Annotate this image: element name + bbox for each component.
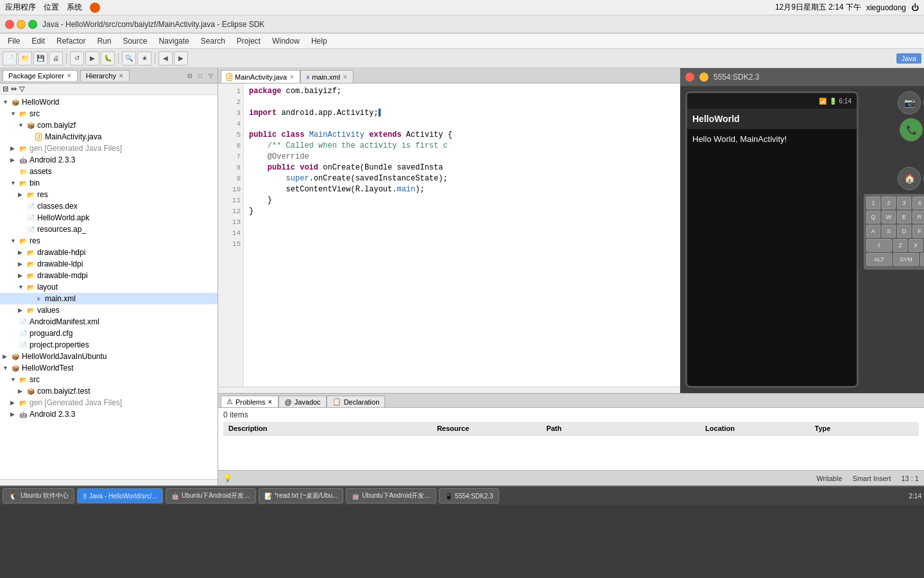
- taskbar-android2[interactable]: 🤖 Ubuntu下Android开发…: [346, 488, 436, 504]
- tree-item-values[interactable]: ▶ 📂 values: [0, 304, 218, 316]
- menu-search[interactable]: Search: [196, 35, 230, 47]
- app-menu[interactable]: 应用程序: [5, 2, 36, 13]
- key-f[interactable]: F: [912, 225, 924, 238]
- key-w[interactable]: W: [882, 211, 896, 223]
- toolbar-open[interactable]: 📁: [18, 51, 32, 66]
- tree-item-res[interactable]: ▼ 📂 res: [0, 235, 218, 247]
- location-menu[interactable]: 位置: [44, 2, 59, 13]
- tab-mainactivity[interactable]: J MainActivity.java ✕: [221, 70, 300, 83]
- close-icon-hierarchy[interactable]: ✕: [119, 73, 124, 79]
- taskbar-readtxt[interactable]: 📝 *read.txt (~桌面/Ubu...: [259, 488, 344, 504]
- tree-item-test-gen[interactable]: ▶ 📂 gen [Generated Java Files]: [0, 397, 218, 408]
- tree-item-gen[interactable]: ▶ 📂 gen [Generated Java Files]: [0, 143, 218, 154]
- toolbar-prev[interactable]: ◀: [158, 51, 173, 66]
- toolbar-print[interactable]: 🖨: [49, 51, 63, 66]
- menu-source[interactable]: Source: [117, 35, 152, 47]
- close-button[interactable]: [5, 20, 14, 29]
- tab-declaration[interactable]: 📋 Declaration: [327, 396, 386, 407]
- tree-item-layout[interactable]: ▼ 📂 layout: [0, 281, 218, 293]
- tree-item-drawable-hdpi[interactable]: ▶ 📂 drawable-hdpi: [0, 247, 218, 258]
- key-shift[interactable]: ⇧: [866, 239, 892, 252]
- maximize-button[interactable]: [28, 20, 37, 29]
- window-controls[interactable]: [5, 20, 37, 29]
- toolbar-search[interactable]: 🔍: [122, 51, 136, 66]
- key-a[interactable]: A: [866, 225, 880, 238]
- tree-item-hwjiu[interactable]: ▶ 📦 HelloWorldJavaInUbuntu: [0, 351, 218, 362]
- tree-item-src[interactable]: ▼ 📂 src: [0, 108, 218, 119]
- toolbar-next[interactable]: ▶: [174, 51, 188, 66]
- code-editor[interactable]: 123456789101112131415 package com.baiyiz…: [218, 83, 680, 387]
- menu-window[interactable]: Window: [267, 35, 305, 47]
- toolbar-bookmark[interactable]: ★: [137, 51, 151, 66]
- taskbar-ubuntu[interactable]: 🐧 Ubuntu 软件中心: [3, 488, 74, 504]
- menu-refactor[interactable]: Refactor: [51, 35, 90, 47]
- code-content[interactable]: package com.baiyizf; import android.app.…: [244, 83, 680, 387]
- key-4[interactable]: 4: [912, 197, 924, 209]
- toolbar-refactor[interactable]: ↺: [70, 51, 84, 66]
- emulator-min[interactable]: [699, 73, 708, 82]
- tree-menu-icon[interactable]: ▽: [19, 85, 24, 93]
- tree-item-test-package[interactable]: ▶ 📦 com.baiyizf.test: [0, 385, 218, 397]
- tree-item-apk[interactable]: 📄 HelloWorld.apk: [0, 212, 218, 223]
- tree-item-hwtest[interactable]: ▼ 📦 HelloWorldTest: [0, 362, 218, 374]
- tree-item-test-src[interactable]: ▼ 📂 src: [0, 374, 218, 385]
- call-button[interactable]: 📞: [900, 118, 923, 141]
- collapse-all-icon[interactable]: ⊟: [3, 85, 8, 93]
- close-tab-mainactivity[interactable]: ✕: [289, 74, 295, 80]
- panel-menu[interactable]: ▽: [206, 71, 215, 80]
- taskbar-eclipse[interactable]: ☿ Java - HelloWorld/src/...: [77, 488, 163, 504]
- key-r[interactable]: R: [912, 211, 924, 223]
- tree-hscroll[interactable]: [0, 479, 218, 486]
- panel-maximize[interactable]: □: [196, 71, 205, 80]
- tree-item-bin[interactable]: ▼ 📂 bin: [0, 177, 218, 189]
- tree-item-main-xml[interactable]: x main.xml: [0, 293, 218, 304]
- key-1[interactable]: 1: [866, 197, 880, 209]
- camera-button[interactable]: 📷: [898, 91, 921, 114]
- key-x[interactable]: X: [909, 239, 923, 252]
- key-2[interactable]: 2: [882, 197, 896, 209]
- key-sym[interactable]: SYM: [893, 253, 919, 266]
- tab-javadoc[interactable]: @ Javadoc: [278, 396, 326, 407]
- menu-navigate[interactable]: Navigate: [153, 35, 194, 47]
- tree-item-test-android[interactable]: ▶ 🤖 Android 2.3.3: [0, 408, 218, 420]
- key-at[interactable]: @: [920, 253, 924, 266]
- menu-project[interactable]: Project: [232, 35, 266, 47]
- tree-item-helloworld[interactable]: ▼ 📦 HelloWorld: [0, 96, 218, 108]
- taskbar-sdk[interactable]: 📱 5554:SDK2.3: [439, 488, 499, 504]
- close-icon[interactable]: ✕: [67, 73, 72, 79]
- tab-problems[interactable]: ⚠ Problems ✕: [221, 396, 278, 407]
- tree-item-android[interactable]: ▶ 🤖 Android 2.3.3: [0, 154, 218, 166]
- tree-item-drawable-mdpi[interactable]: ▶ 📂 drawable-mdpi: [0, 270, 218, 281]
- package-tree[interactable]: ▼ 📦 HelloWorld ▼ 📂 src ▼ 📦 com.baiyizf: [0, 95, 218, 479]
- taskbar-android1[interactable]: 🤖 Ubuntu下Android开发…: [166, 488, 256, 504]
- tab-package-explorer[interactable]: Package Explorer ✕: [3, 70, 78, 81]
- close-problems[interactable]: ✕: [268, 399, 273, 405]
- toolbar-save[interactable]: 💾: [33, 51, 47, 66]
- tree-item-assets[interactable]: 📁 assets: [0, 166, 218, 177]
- key-q[interactable]: Q: [866, 211, 880, 223]
- tree-item-proguard[interactable]: 📄 proguard.cfg: [0, 328, 218, 339]
- system-menu[interactable]: 系统: [67, 2, 82, 13]
- toolbar-debug[interactable]: 🐛: [101, 51, 115, 66]
- home-button[interactable]: 🏠: [898, 167, 921, 190]
- tree-item-drawable-ldpi[interactable]: ▶ 📂 drawable-ldpi: [0, 258, 218, 270]
- panel-collapse[interactable]: ⊟: [185, 71, 194, 80]
- toolbar-new[interactable]: 📄: [3, 51, 17, 66]
- menu-edit[interactable]: Edit: [26, 35, 50, 47]
- close-tab-mainxml[interactable]: ✕: [343, 74, 348, 80]
- link-with-editor-icon[interactable]: ⇔: [11, 85, 17, 93]
- tree-item-resources[interactable]: 📄 resources.ap_: [0, 223, 218, 235]
- menu-run[interactable]: Run: [92, 35, 116, 47]
- tree-item-manifest[interactable]: 📄 AndroidManifest.xml: [0, 316, 218, 328]
- tree-item-mainactivity[interactable]: J MainActivity.java: [0, 131, 218, 143]
- tab-mainxml[interactable]: x main.xml ✕: [300, 70, 354, 83]
- perspective-label[interactable]: Java: [896, 53, 921, 64]
- key-z[interactable]: Z: [893, 239, 907, 252]
- toolbar-run[interactable]: ▶: [85, 51, 99, 66]
- key-3[interactable]: 3: [897, 197, 911, 209]
- emulator-close[interactable]: [685, 73, 694, 82]
- tree-item-package[interactable]: ▼ 📦 com.baiyizf: [0, 119, 218, 131]
- minimize-button[interactable]: [17, 20, 26, 29]
- key-d[interactable]: D: [897, 225, 911, 238]
- menu-help[interactable]: Help: [306, 35, 332, 47]
